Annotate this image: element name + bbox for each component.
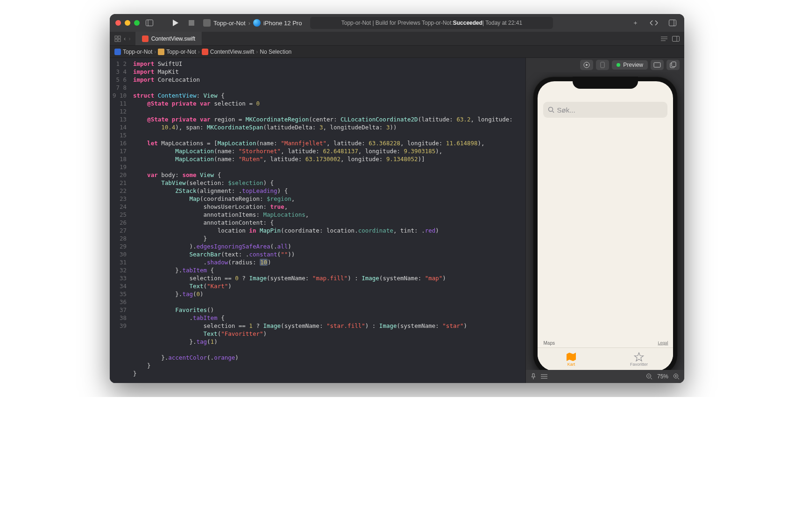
svg-marker-16 xyxy=(586,64,588,66)
app-icon xyxy=(203,19,211,27)
map-icon xyxy=(566,352,576,362)
tab-favoritter-label: Favoritter xyxy=(630,362,648,367)
back-button[interactable]: ‹ xyxy=(124,35,126,42)
map-attribution: Maps Legal xyxy=(538,338,673,348)
scheme-name: Topp-or-Not xyxy=(213,20,246,27)
svg-rect-7 xyxy=(118,36,121,38)
iphone-notch xyxy=(573,77,638,89)
stop-button[interactable] xyxy=(185,17,198,29)
svg-rect-4 xyxy=(669,20,676,26)
preview-canvas: Preview Søk... Maps Legal xyxy=(525,58,684,383)
svg-rect-3 xyxy=(189,20,194,26)
adjust-editor-icon[interactable] xyxy=(672,36,680,42)
minimize-button[interactable] xyxy=(125,20,130,26)
search-placeholder: Søk... xyxy=(557,106,575,114)
run-button[interactable] xyxy=(170,17,182,29)
line-gutter: 1 2 3 4 5 6 7 8 9 10 11 12 13 14 15 16 1… xyxy=(110,58,130,383)
file-tab[interactable]: ContentView.swift xyxy=(135,32,203,45)
close-button[interactable] xyxy=(115,20,121,26)
sidebar-toggle-icon[interactable] xyxy=(143,17,156,29)
status-time: | Today at 22:41 xyxy=(482,20,522,26)
svg-rect-17 xyxy=(601,62,604,68)
zoom-out-icon[interactable] xyxy=(646,373,652,380)
zoom-in-icon[interactable] xyxy=(673,373,680,380)
canvas-stage[interactable]: Søk... Maps Legal Kart xyxy=(526,72,684,370)
canvas-menu-icon[interactable] xyxy=(541,374,547,379)
svg-rect-0 xyxy=(146,20,153,26)
status-dot-icon xyxy=(617,63,620,67)
app-preview: Søk... Maps Legal Kart xyxy=(538,81,673,370)
svg-rect-6 xyxy=(115,36,117,38)
swift-icon xyxy=(142,35,149,42)
xcode-window: Topp-or-Not › iPhone 12 Pro Topp-or-Not … xyxy=(110,14,684,383)
code-review-icon[interactable] xyxy=(648,17,660,29)
iphone-frame: Søk... Maps Legal Kart xyxy=(533,77,678,370)
tab-favoritter[interactable]: Favoritter xyxy=(605,348,673,370)
source-editor[interactable]: 1 2 3 4 5 6 7 8 9 10 11 12 13 14 15 16 1… xyxy=(110,58,525,383)
globe-icon xyxy=(253,19,261,27)
svg-line-32 xyxy=(678,378,679,379)
status-result: Succeeded xyxy=(453,20,482,26)
device-settings-icon[interactable] xyxy=(651,60,664,70)
map-area[interactable] xyxy=(538,118,673,338)
preview-on-device-icon[interactable] xyxy=(596,60,609,70)
search-icon xyxy=(548,106,554,113)
crumb-selection: No Selection xyxy=(260,49,291,55)
destination-name: iPhone 12 Pro xyxy=(263,20,302,27)
titlebar: Topp-or-Not › iPhone 12 Pro Topp-or-Not … xyxy=(110,14,684,32)
svg-marker-2 xyxy=(173,20,178,26)
project-icon xyxy=(114,49,121,55)
svg-rect-8 xyxy=(115,39,117,42)
canvas-bottom-bar: 75% xyxy=(526,370,684,383)
zoom-button[interactable] xyxy=(134,20,140,26)
svg-rect-9 xyxy=(118,39,121,42)
inspector-toggle-icon[interactable] xyxy=(666,17,679,29)
crumb-folder: Topp-or-Not xyxy=(166,49,196,55)
live-preview-play-icon[interactable] xyxy=(580,60,593,70)
tab-bar-preview: Kart Favoritter xyxy=(538,348,673,370)
svg-line-28 xyxy=(651,378,652,379)
pin-preview-icon[interactable] xyxy=(531,373,536,380)
code-content[interactable]: import SwiftUI import MapKit import Core… xyxy=(130,58,525,383)
window-controls xyxy=(115,20,140,26)
folder-icon xyxy=(158,49,164,55)
tab-bar: ‹ › ContentView.swift xyxy=(110,32,684,46)
file-tab-label: ContentView.swift xyxy=(151,35,196,42)
maps-brand: Maps xyxy=(544,340,555,346)
jump-bar[interactable]: Topp-or-Not› Topp-or-Not› ContentView.sw… xyxy=(110,46,684,58)
crumb-file: ContentView.swift xyxy=(210,49,255,55)
tab-kart[interactable]: Kart xyxy=(538,348,605,370)
svg-point-21 xyxy=(548,107,553,112)
legal-link[interactable]: Legal xyxy=(658,340,668,345)
canvas-toolbar: Preview xyxy=(526,58,684,72)
scheme-selector[interactable]: Topp-or-Not › iPhone 12 Pro xyxy=(203,19,302,27)
star-icon xyxy=(634,352,644,362)
search-bar[interactable]: Søk... xyxy=(543,102,667,118)
tab-kart-label: Kart xyxy=(567,362,575,367)
minimap-icon[interactable] xyxy=(661,36,667,42)
zoom-level[interactable]: 75% xyxy=(657,373,668,380)
duplicate-preview-icon[interactable] xyxy=(666,60,680,70)
svg-rect-20 xyxy=(672,62,676,67)
svg-line-22 xyxy=(553,111,554,113)
svg-rect-13 xyxy=(673,36,680,41)
status-prefix: Topp-or-Not | Build for Previews Topp-or… xyxy=(341,20,453,26)
activity-status[interactable]: Topp-or-Not | Build for Previews Topp-or… xyxy=(310,17,553,29)
preview-label: Preview xyxy=(623,62,643,68)
add-button[interactable]: ＋ xyxy=(629,17,641,29)
swift-file-icon xyxy=(202,49,208,55)
preview-status[interactable]: Preview xyxy=(612,60,648,70)
crumb-project: Topp-or-Not xyxy=(123,49,152,55)
editor-area: 1 2 3 4 5 6 7 8 9 10 11 12 13 14 15 16 1… xyxy=(110,58,684,383)
svg-rect-18 xyxy=(654,63,660,67)
related-items-icon[interactable] xyxy=(114,35,121,42)
forward-button[interactable]: › xyxy=(128,35,130,42)
